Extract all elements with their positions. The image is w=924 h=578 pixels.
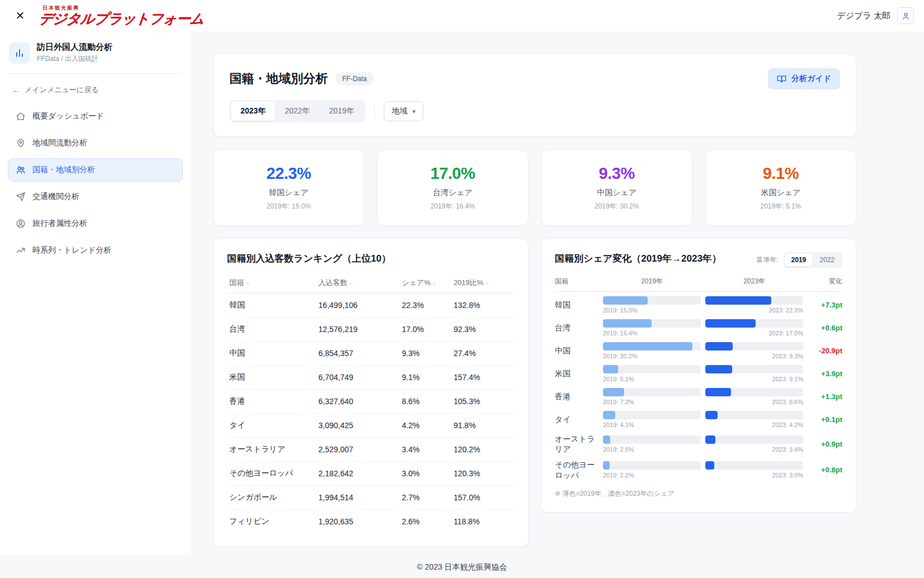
sidebar-item-label: 旅行者属性分析 — [32, 219, 87, 229]
plane-icon — [16, 192, 26, 202]
table-header-row: 国籍↑↓ 入込客数↑↓ シェア%↑↓ 2019比%↑↓ — [227, 273, 515, 293]
stat-sub: 2019年: 16.4% — [388, 202, 517, 211]
column-header-vs2019[interactable]: 2019比%↑↓ — [451, 273, 515, 293]
column-header-visitors[interactable]: 入込客数↑↓ — [316, 273, 399, 293]
bar-2023 — [705, 388, 731, 396]
sidebar-item-timeseries-trend[interactable]: 時系列・トレンド分析 — [8, 239, 183, 262]
avatar-button[interactable] — [897, 7, 914, 24]
logo-main-text: デジタルプラットフォーム — [39, 12, 205, 26]
table-row: その他ヨーロッパ2,182,6423.0%120.3% — [227, 462, 515, 486]
sort-icon: ↑↓ — [485, 281, 488, 286]
change-value: -20.9pt — [808, 347, 842, 355]
chart-footnote: ※ 薄色=2019年、濃色=2023年のシェア — [555, 489, 842, 499]
table-row: シンガポール1,994,5142.7%157.0% — [227, 486, 515, 510]
bar-track — [705, 365, 803, 373]
bar-track — [705, 411, 803, 419]
base-year-2019-button[interactable]: 2019 — [785, 253, 813, 267]
user-circle-icon — [16, 219, 26, 229]
sidebar-item-transport-analysis[interactable]: 交通機関分析 — [8, 185, 183, 209]
change-value: +1.3pt — [808, 392, 842, 401]
bar-track — [603, 435, 701, 444]
bar-track — [705, 342, 803, 350]
bar-2019 — [603, 435, 610, 444]
tab-2019[interactable]: 2019年 — [319, 102, 364, 121]
share-row-korea: 韓国 2019: 15.0% 2023: 22.3% +7.3pt — [555, 292, 842, 315]
bar-2019 — [603, 388, 624, 396]
table-row: タイ3,090,4254.2%91.8% — [227, 414, 515, 438]
sidebar-item-label: 国籍・地域別分析 — [32, 165, 95, 175]
close-button[interactable]: ✕ — [10, 6, 30, 26]
base-year-segmented: 2019 2022 — [784, 252, 842, 268]
sidebar-item-nationality-analysis[interactable]: 国籍・地域別分析 — [8, 158, 183, 182]
filters-row: 2023年 2022年 2019年 地域 ▾ — [229, 100, 840, 122]
sidebar-item-traveler-attributes[interactable]: 旅行者属性分析 — [8, 212, 183, 235]
column-header-share[interactable]: シェア%↑↓ — [399, 273, 451, 293]
stat-sub: 2019年: 15.0% — [224, 202, 353, 211]
page-title: 国籍・地域別分析 — [229, 70, 328, 87]
sidebar-item-regional-flow[interactable]: 地域間流動分析 — [8, 131, 183, 155]
book-icon — [777, 74, 786, 84]
region-dropdown[interactable]: 地域 ▾ — [384, 101, 423, 121]
ranking-panel: 国籍別入込客数ランキング（上位10） 国籍↑↓ 入込客数↑↓ シェア%↑↓ 20… — [213, 238, 529, 547]
sidebar-app-subtitle: FFData / 出入国統計 — [37, 54, 112, 64]
share-row-australia: オーストラリア 2019: 2.5% 2023: 3.4% +0.9pt — [555, 429, 842, 455]
vertical-divider — [374, 104, 375, 119]
tab-2022[interactable]: 2022年 — [275, 102, 319, 121]
chevron-down-icon: ▾ — [412, 108, 416, 115]
title-card: 国籍・地域別分析 FF-Data 分析ガイド 2023年 2022年 2019年 — [213, 54, 856, 137]
bar-track — [603, 342, 701, 350]
ranking-title: 国籍別入込客数ランキング（上位10） — [227, 252, 515, 265]
bar-track — [705, 461, 803, 470]
logo-small-text: 日本観光振興 — [43, 6, 204, 11]
region-dropdown-label: 地域 — [392, 106, 407, 116]
share-row-usa: 米国 2019: 5.1% 2023: 9.1% +3.9pt — [555, 361, 842, 383]
sidebar-item-overview-dashboard[interactable]: 概要ダッシュボード — [8, 105, 183, 128]
bar-2019 — [603, 411, 615, 419]
bar-chart-icon — [9, 42, 30, 64]
bar-2023 — [705, 319, 756, 328]
map-pin-icon — [16, 138, 26, 148]
stat-value: 9.1% — [716, 164, 846, 183]
sidebar-nav: 概要ダッシュボード 地域間流動分析 国籍・地域別分析 交通機関分析 — [0, 103, 191, 264]
table-row: 台湾12,576,21917.0%92.3% — [227, 318, 515, 342]
stat-cards: 22.3% 韓国シェア 2019年: 15.0% 17.0% 台湾シェア 201… — [213, 150, 856, 226]
base-year-label: 基準年: — [756, 255, 778, 265]
back-link-label: メインメニューに戻る — [25, 85, 98, 95]
analysis-guide-button[interactable]: 分析ガイド — [768, 68, 840, 89]
share-change-title: 国籍別シェア変化（2019年→2023年） — [555, 252, 722, 265]
sidebar-item-label: 時系列・トレンド分析 — [32, 245, 111, 255]
logo[interactable]: 日本観光振興 デジタルプラットフォーム — [39, 6, 204, 26]
share-row-china: 中国 2019: 30.2% 2023: 9.3% -20.9pt — [555, 338, 842, 361]
ff-data-badge: FF-Data — [336, 72, 374, 86]
table-row: 韓国16,499,10622.3%132.8% — [227, 293, 515, 318]
bar-2023 — [705, 365, 732, 373]
bar-2019 — [603, 342, 692, 350]
trend-icon — [16, 245, 26, 255]
bar-track — [705, 435, 803, 444]
year-tab-group: 2023年 2022年 2019年 — [229, 100, 365, 122]
bar-track — [603, 411, 701, 419]
home-icon — [16, 111, 26, 121]
arrow-left-icon: ← — [12, 86, 20, 94]
bar-2023 — [705, 435, 715, 444]
change-value: +3.9pt — [808, 369, 842, 378]
tab-2023[interactable]: 2023年 — [231, 102, 275, 121]
bar-track — [603, 319, 701, 328]
sort-icon: ↑↓ — [349, 281, 352, 286]
stat-card-china: 9.3% 中国シェア 2019年: 30.2% — [541, 150, 692, 226]
sidebar-divider — [8, 73, 183, 74]
back-to-main-menu-link[interactable]: ← メインメニューに戻る — [0, 80, 111, 103]
stat-label: 韓国シェア — [224, 188, 353, 198]
stat-label: 台湾シェア — [388, 188, 517, 198]
column-header-nationality[interactable]: 国籍↑↓ — [227, 273, 316, 293]
top-header: ✕ 日本観光振興 デジタルプラットフォーム デジプラ 太郎 — [0, 0, 924, 31]
table-row: オーストラリア2,529,0073.4%120.2% — [227, 438, 515, 462]
base-year-2022-button[interactable]: 2022 — [813, 253, 841, 267]
change-value: +0.9pt — [808, 440, 842, 448]
header-right: デジプラ 太郎 — [837, 7, 914, 24]
bar-track — [705, 296, 803, 305]
user-icon — [901, 11, 911, 21]
stat-sub: 2019年: 30.2% — [552, 202, 682, 211]
panels-row: 国籍別入込客数ランキング（上位10） 国籍↑↓ 入込客数↑↓ シェア%↑↓ 20… — [213, 238, 856, 547]
stat-value: 22.3% — [224, 164, 353, 183]
